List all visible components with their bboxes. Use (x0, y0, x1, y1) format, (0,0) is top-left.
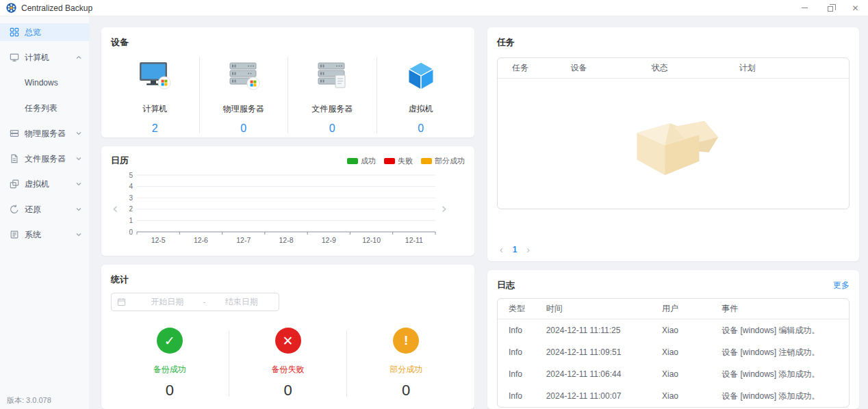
log-cell: 2024-12-11 11:09:51 (544, 347, 659, 357)
device-count-link[interactable]: 0 (240, 122, 246, 135)
calendar-next-button[interactable]: › (439, 202, 448, 216)
log-cell: Xiao (659, 326, 719, 335)
chevron-down-icon (75, 231, 82, 238)
svg-text:12-5: 12-5 (151, 236, 166, 244)
svg-text:12-8: 12-8 (279, 236, 294, 244)
logs-column-header: 用户 (659, 303, 719, 315)
pagination-prev-button[interactable]: ‹ (500, 245, 503, 254)
log-cell: 设备 [windows] 注销成功。 (719, 347, 849, 358)
sidebar-item-restore[interactable]: 还原 (0, 200, 89, 218)
device-count-link[interactable]: 0 (418, 122, 424, 135)
logs-column-header: 事件 (719, 303, 849, 315)
computer-icon (137, 55, 173, 96)
device-count-link[interactable]: 2 (152, 122, 158, 135)
sidebar-item-physical-server[interactable]: 物理服务器 (0, 124, 89, 142)
tasks-column-header: 设备 (568, 62, 649, 74)
svg-text:12-7: 12-7 (237, 236, 251, 244)
svg-text:3: 3 (129, 194, 133, 202)
start-date-placeholder: 开始日期 (136, 296, 199, 308)
app-title: Centralized Backup (21, 3, 92, 13)
legend-swatch (384, 158, 395, 164)
svg-text:12-6: 12-6 (194, 236, 208, 244)
logs-card: 日志 更多 类型时间用户事件 Info2024-12-11 11:11:25Xi… (487, 270, 859, 409)
tasks-table: 任务设备状态计划 (497, 57, 850, 209)
device-count-link[interactable]: 0 (329, 122, 335, 135)
legend-item[interactable]: 成功 (347, 156, 376, 166)
calendar-card: 日历 成功失败部分成功 ‹ 01234512-512-612-712-812-9… (101, 146, 474, 256)
legend-item[interactable]: 部分成功 (421, 156, 465, 166)
device-summary-item: 计算机2 (111, 55, 199, 135)
device-type-label: 计算机 (142, 103, 167, 115)
log-cell: 2024-12-11 11:11:25 (544, 326, 659, 335)
legend-item[interactable]: 失败 (384, 156, 413, 166)
log-cell: 设备 [windows] 编辑成功。 (719, 325, 849, 337)
legend-label: 部分成功 (435, 156, 465, 166)
close-button[interactable]: ✕ (843, 0, 868, 16)
device-summary-item: 物理服务器0 (200, 55, 288, 135)
device-summary-item: 文件服务器0 (288, 55, 376, 135)
sidebar-item-virtual-machine[interactable]: 虚拟机 (0, 175, 89, 193)
sidebar-item-file-server[interactable]: 文件服务器 (0, 150, 89, 168)
log-row: Info2024-12-11 11:00:07Xiao设备 [windows] … (498, 385, 849, 407)
sidebar-item-task-list[interactable]: 任务列表 (0, 99, 89, 117)
svg-text:12-11: 12-11 (405, 236, 423, 244)
log-cell: Xiao (659, 369, 719, 379)
device-type-label: 虚拟机 (409, 103, 433, 115)
chevron-down-icon (75, 206, 82, 213)
logs-table-body: Info2024-12-11 11:11:25Xiao设备 [windows] … (498, 319, 849, 407)
tasks-card: 任务 任务设备状态计划 ‹1› (487, 27, 859, 261)
sidebar-item-label: 任务列表 (25, 103, 58, 114)
stat-label: 部分成功 (390, 364, 422, 375)
svg-text:0: 0 (129, 228, 133, 236)
svg-text:5: 5 (129, 172, 133, 179)
more-link[interactable]: 更多 (833, 280, 850, 291)
stat-value: 0 (283, 382, 292, 399)
chevron-down-icon (75, 155, 82, 162)
legend-label: 失败 (398, 156, 413, 166)
pagination-current-page[interactable]: 1 (513, 245, 518, 254)
log-cell: Info (498, 391, 544, 401)
sidebar-item-label: 虚拟机 (25, 179, 49, 190)
sidebar-item-label: 还原 (25, 204, 41, 215)
svg-text:12-9: 12-9 (322, 236, 336, 244)
calendar-prev-button[interactable]: ‹ (111, 202, 119, 216)
devices-title: 设备 (111, 36, 465, 49)
server-icon (10, 129, 19, 138)
main-content: 设备 计算机2物理服务器0文件服务器0虚拟机0 日历 成功失败部分成功 ‹ 01… (89, 16, 868, 409)
stat-label: 备份成功 (153, 364, 186, 375)
statistics-title: 统计 (111, 274, 465, 286)
sidebar-item-system[interactable]: 系统 (0, 226, 89, 243)
tasks-column-header: 计划 (737, 62, 849, 74)
sidebar-item-overview[interactable]: 总览 (0, 23, 89, 41)
stat-label: 备份失败 (272, 364, 305, 375)
sidebar-item-label: 总览 (25, 27, 41, 38)
monitor-icon (10, 53, 19, 62)
date-range-picker[interactable]: 开始日期 - 结束日期 (111, 293, 279, 311)
log-row: Info2024-12-11 11:09:51Xiao设备 [windows] … (498, 341, 849, 363)
log-cell: Xiao (659, 347, 719, 357)
physical-server-icon (226, 55, 261, 96)
chevron-down-icon (75, 181, 82, 187)
sidebar-item-computer[interactable]: 计算机 (0, 49, 89, 66)
calendar-title: 日历 (111, 155, 129, 167)
sidebar-item-label: Windows (25, 78, 58, 88)
close-icon: ✕ (852, 3, 858, 13)
fail-circle-icon: ✕ (275, 328, 301, 354)
logs-column-header: 时间 (544, 303, 659, 315)
sidebar: 总览计算机Windows任务列表物理服务器文件服务器虚拟机还原系统 版本: 3.… (0, 16, 89, 409)
log-cell: 设备 [windows] 添加成功。 (719, 391, 849, 402)
log-row: Info2024-12-11 11:06:44Xiao设备 [windows] … (498, 363, 849, 385)
log-cell: 2024-12-11 11:00:07 (544, 391, 659, 401)
sidebar-item-windows[interactable]: Windows (0, 74, 89, 92)
log-cell: 2024-12-11 11:06:44 (544, 369, 659, 379)
logs-table-header: 类型时间用户事件 (498, 299, 849, 319)
stat-item-fail: ✕备份失败0 (229, 328, 347, 399)
restore-window-button[interactable] (817, 0, 843, 16)
pagination-next-button[interactable]: › (526, 245, 530, 254)
log-row: Info2024-12-11 11:11:25Xiao设备 [windows] … (498, 319, 849, 341)
stat-value: 0 (166, 382, 174, 399)
device-type-label: 文件服务器 (311, 103, 353, 115)
minimize-button[interactable] (792, 0, 817, 16)
devices-card: 设备 计算机2物理服务器0文件服务器0虚拟机0 (101, 27, 474, 137)
svg-text:12-10: 12-10 (363, 236, 381, 244)
